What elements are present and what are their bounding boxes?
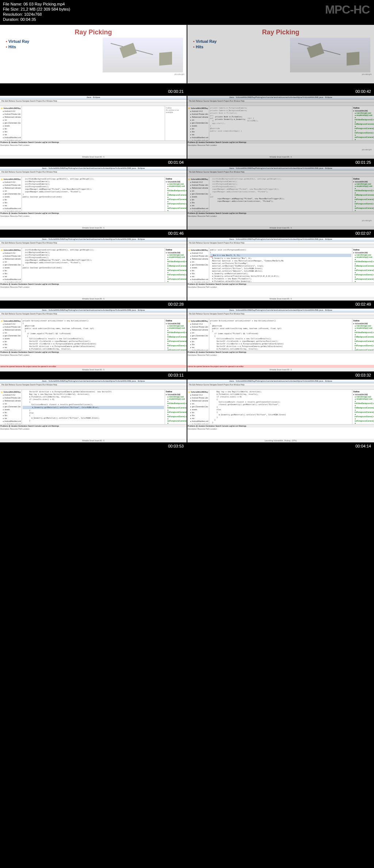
menu-bar[interactable]: File Edit Refactor Source Navigate Searc… xyxy=(187,383,374,386)
window-title: Java - Eclipse xyxy=(0,96,187,99)
outline-panel[interactable]: Outline▾ VuforiaWithJME● main(String[]):… xyxy=(165,177,187,211)
status-bar: Writable Smart Insert 85 : 5 xyxy=(0,226,187,230)
status-bar: Writable Smart Insert 85 : 5 xyxy=(187,226,374,230)
outline-panel[interactable]: Outline▾ VuforiaWithJME● main(String[]):… xyxy=(352,106,374,140)
menu-bar[interactable]: File Edit Refactor Source Navigate Searc… xyxy=(0,170,187,173)
problems-panel[interactable]: Problems @ Javadoc Declaration Search Co… xyxy=(0,211,187,226)
code-editor[interactable]: Ray ray = new Ray(clickWorld, direction)… xyxy=(209,390,352,424)
problems-panel[interactable]: Problems @ Javadoc Declaration Search Co… xyxy=(0,140,187,155)
menu-bar[interactable]: File Edit Refactor Source Navigate Searc… xyxy=(187,241,374,244)
menu-bar[interactable]: File Edit Refactor Source Navigate Searc… xyxy=(187,312,374,315)
timestamp: 00:00:42 xyxy=(187,88,374,95)
outline-panel[interactable]: Outline▾ VuforiaWithJME● main(String[]):… xyxy=(352,390,374,424)
problems-panel[interactable]: Problems @ Javadoc Declaration Search Co… xyxy=(0,350,187,365)
problems-panel[interactable]: Problems @ Javadoc Declaration Search Co… xyxy=(187,282,374,297)
timestamp: 00:03:11 xyxy=(0,371,187,379)
code-editor[interactable]: initVideoBackground(settings.getWidth(),… xyxy=(22,248,165,282)
file-info-header: File Name: 06 03 Ray Picking.mp4 File Si… xyxy=(0,0,374,25)
package-explorer[interactable]: 📁 VuforiaWithJMERayPicking▸ Android 4.4.… xyxy=(0,319,22,350)
package-explorer[interactable]: 📁 VuforiaWithJMERayPicking▸ Android 4.4.… xyxy=(0,177,22,211)
status-bar: Writable Smart Insert 85 : 5 xyxy=(0,297,187,301)
timestamp: 00:02:28 xyxy=(0,301,187,308)
toolbar[interactable] xyxy=(187,315,374,319)
package-explorer[interactable]: 📁 VuforiaWithJMERayPicking▸ Android 4.4.… xyxy=(187,106,209,140)
status-bar: Writable Smart Insert 85 : 5 xyxy=(0,439,187,442)
problems-panel[interactable]: Problems @ Javadoc Declaration Search Co… xyxy=(187,211,374,226)
thumbnail-cell: Java - VuforiaWithJMERayPicking/src/com/… xyxy=(0,167,187,237)
thumbnail-cell: Java - VuforiaWithJMERayPicking/src/com/… xyxy=(187,167,374,237)
package-explorer[interactable]: 📁 VuforiaWithJMERayPicking▸ Android 4.4.… xyxy=(0,106,22,140)
problems-panel[interactable]: Problems @ Javadoc Declaration Search Co… xyxy=(187,140,374,155)
package-explorer[interactable]: 📁 VuforiaWithJMERayPicking▸ Android 4.4.… xyxy=(187,248,209,282)
outline-panel[interactable]: Outline▾ VuforiaWithJME● main(String[]):… xyxy=(352,177,374,211)
slide-frame: Ray Picking Virtual Ray Hits pluralsight xyxy=(187,25,374,83)
problems-panel[interactable]: Problems @ Javadoc Declaration Search Co… xyxy=(0,282,187,297)
toolbar[interactable] xyxy=(0,244,187,248)
outline-panel[interactable]: Outline▾ VuforiaWithJME● main(String[]):… xyxy=(165,390,187,424)
thumbnail-cell: Java - VuforiaWithJMERayPicking/src/com/… xyxy=(0,309,187,379)
timestamp: 00:01:04 xyxy=(0,159,187,166)
window-title: Java - VuforiaWithJMERayPicking/src/com/… xyxy=(187,167,374,170)
toolbar[interactable] xyxy=(187,386,374,390)
file-info-block: File Name: 06 03 Ray Picking.mp4 File Si… xyxy=(3,1,371,22)
code-editor[interactable]: private ActionListener actionListener = … xyxy=(209,319,352,350)
menu-bar[interactable]: File Edit Refactor Source Navigate Searc… xyxy=(0,383,187,386)
window-title: Java - VuforiaWithJMERayPicking/src/com/… xyxy=(187,380,374,383)
timestamp: 00:01:46 xyxy=(0,230,187,237)
status-bar: Writable Smart Insert 85 : 5 xyxy=(187,297,374,301)
slide-frame: Ray Picking Virtual Ray Hits pluralsight xyxy=(0,25,187,83)
package-explorer[interactable]: 📁 VuforiaWithJMERayPicking▸ Android 4.4.… xyxy=(187,177,209,211)
menu-bar[interactable]: File Edit Refactor Source Navigate Searc… xyxy=(0,312,187,315)
outline-panel[interactable]: Outline▾ VuforiaWithJME● main(String[]):… xyxy=(352,248,374,282)
toolbar[interactable] xyxy=(0,315,187,319)
outline-panel[interactable]: Outline▾ VuforiaWithJME● main(String[]):… xyxy=(352,319,374,350)
toolbar[interactable] xyxy=(0,386,187,390)
package-explorer[interactable]: 📁 VuforiaWithJMERayPicking▸ Android 4.4.… xyxy=(187,390,209,424)
ide-frame: Java - VuforiaWithJMERayPicking/src/com/… xyxy=(0,167,187,230)
thumbnail-cell: Ray Picking Virtual Ray Hits pluralsight… xyxy=(0,25,187,95)
problems-panel[interactable]: Problems @ Javadoc Declaration Search Co… xyxy=(0,424,187,439)
window-title: Java - VuforiaWithJMERayPicking/src/com/… xyxy=(0,167,187,170)
toolbar[interactable] xyxy=(0,173,187,177)
code-editor[interactable]: private Camera m_ForegroundCamera;privat… xyxy=(209,106,352,140)
window-title: Java - VuforiaWithJMERayPicking/src/com/… xyxy=(0,380,187,383)
menu-bar[interactable]: File Edit Refactor Source Navigate Searc… xyxy=(187,170,374,173)
menu-bar[interactable]: File Edit Refactor Source Navigate Searc… xyxy=(0,241,187,244)
slide-title: Ray Picking xyxy=(193,29,368,36)
scene-3d xyxy=(103,38,183,72)
toolbar[interactable] xyxy=(187,102,374,106)
timestamp: 00:03:32 xyxy=(187,371,374,379)
problems-panel[interactable]: Problems @ Javadoc Declaration Search Co… xyxy=(187,350,374,365)
ide-frame: Java - VuforiaWithJMERayPicking/src/com/… xyxy=(187,96,374,159)
thumbnail-cell: Java - VuforiaWithJMERayPicking/src/com/… xyxy=(187,238,374,308)
code-editor[interactable]: →public void initForegroundScene(){ Box … xyxy=(209,248,352,282)
thumbnail-cell: Java - VuforiaWithJMERayPicking/src/com/… xyxy=(0,380,187,450)
ide-frame: Java - VuforiaWithJMERayPicking/src/com/… xyxy=(187,309,374,371)
thumbnail-cell: Java - VuforiaWithJMERayPicking/src/com/… xyxy=(187,380,374,450)
code-editor[interactable]: private ActionListener actionListener = … xyxy=(22,319,165,350)
package-explorer[interactable]: 📁 VuforiaWithJMERayPicking▸ Android 4.4.… xyxy=(0,248,22,282)
toolbar[interactable] xyxy=(0,102,187,106)
problems-panel[interactable]: Problems @ Javadoc Declaration Search Co… xyxy=(187,424,374,439)
slide-title: Ray Picking xyxy=(6,29,181,36)
menu-bar[interactable]: File Edit Refactor Source Navigate Searc… xyxy=(187,99,374,102)
code-editor[interactable]: initVideoBackground(settings.getWidth(),… xyxy=(209,177,352,211)
outline-panel[interactable]: Outline▾ VuforiaWithJME● main(String[]):… xyxy=(165,248,187,282)
package-explorer[interactable]: 📁 VuforiaWithJMERayPicking▸ Android 4.4.… xyxy=(187,319,209,350)
code-editor[interactable]: initVideoBackground(settings.getWidth(),… xyxy=(22,177,165,211)
outline-panel[interactable]: Outline▾ VuforiaWithJME● main(String[]):… xyxy=(165,319,187,350)
ide-frame: Java - VuforiaWithJMERayPicking/src/com/… xyxy=(0,380,187,442)
toolbar[interactable] xyxy=(187,173,374,177)
toolbar[interactable] xyxy=(187,244,374,248)
timestamp: 00:03:53 xyxy=(0,442,187,450)
package-explorer[interactable]: 📁 VuforiaWithJMERayPicking▸ Android 4.4.… xyxy=(0,390,22,424)
timestamp: 00:00:21 xyxy=(0,88,187,95)
ide-frame: Java - Eclipse File Edit Refactor Source… xyxy=(0,96,187,159)
code-editor[interactable] xyxy=(22,106,165,140)
ide-frame: Java - VuforiaWithJMERayPicking/src/com/… xyxy=(187,238,374,301)
menu-bar[interactable]: File Edit Refactor Source Navigate Searc… xyxy=(0,99,187,102)
window-title: Java - VuforiaWithJMERayPicking/src/com/… xyxy=(187,238,374,241)
outline-panel[interactable]: OutlineAn outline is not available xyxy=(165,106,187,140)
status-bar: Writable Smart Insert 85 : 5 xyxy=(187,368,374,371)
code-editor[interactable]: Vector3f direction = m_ForegroundCamera.… xyxy=(22,390,165,424)
